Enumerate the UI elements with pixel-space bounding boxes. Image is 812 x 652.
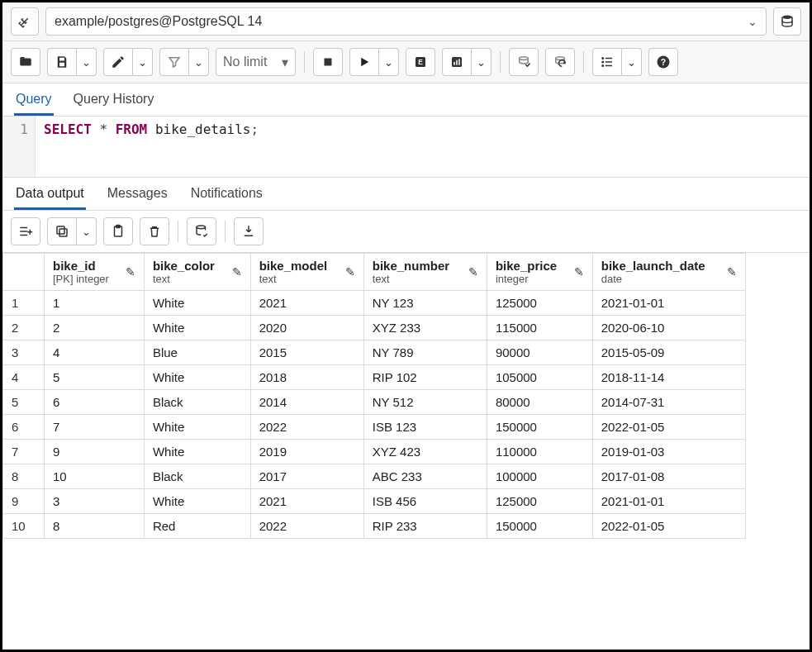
connection-status-button[interactable]: [11, 7, 39, 36]
cell-bike_number[interactable]: NY 512: [363, 390, 487, 415]
cell-bike_id[interactable]: 10: [45, 464, 145, 489]
cell-bike_model[interactable]: 2021: [250, 291, 363, 316]
cell-bike_number[interactable]: ABC 233: [363, 464, 487, 489]
cell-bike_launch_date[interactable]: 2022-01-05: [592, 415, 745, 440]
row-number-cell[interactable]: 7: [3, 440, 45, 464]
edit-button[interactable]: [103, 48, 133, 76]
table-row[interactable]: 67White2022ISB 1231500002022-01-05: [3, 415, 746, 440]
cell-bike_number[interactable]: ISB 123: [363, 415, 487, 440]
cell-bike_price[interactable]: 100000: [487, 464, 592, 489]
cell-bike_price[interactable]: 90000: [487, 340, 592, 365]
cell-bike_model[interactable]: 2022: [250, 514, 363, 539]
commit-button[interactable]: [509, 48, 539, 76]
tab-messages[interactable]: Messages: [106, 178, 169, 210]
cell-bike_launch_date[interactable]: 2020-06-10: [592, 316, 745, 340]
cell-bike_price[interactable]: 150000: [487, 514, 592, 539]
cell-bike_launch_date[interactable]: 2017-01-08: [592, 464, 745, 489]
table-row[interactable]: 11White2021NY 1231250002021-01-01: [3, 291, 746, 316]
cell-bike_color[interactable]: Red: [144, 514, 250, 539]
result-grid-wrapper[interactable]: bike_id[PK] integer✎bike_colortext✎bike_…: [2, 253, 810, 650]
cell-bike_id[interactable]: 7: [45, 415, 145, 440]
cell-bike_model[interactable]: 2014: [250, 390, 363, 415]
cell-bike_launch_date[interactable]: 2014-07-31: [592, 390, 745, 415]
column-header-bike_id[interactable]: bike_id[PK] integer✎: [45, 254, 145, 291]
cell-bike_id[interactable]: 9: [45, 440, 145, 464]
row-number-cell[interactable]: 6: [3, 415, 45, 440]
cell-bike_launch_date[interactable]: 2015-05-09: [592, 340, 745, 365]
cell-bike_color[interactable]: Black: [144, 390, 250, 415]
cell-bike_price[interactable]: 115000: [487, 316, 592, 340]
explain-analyze-button[interactable]: [442, 48, 472, 76]
cell-bike_price[interactable]: 125000: [487, 489, 592, 514]
row-number-cell[interactable]: 5: [3, 390, 45, 415]
column-header-bike_number[interactable]: bike_numbertext✎: [363, 254, 487, 291]
cell-bike_color[interactable]: White: [144, 415, 250, 440]
paste-button[interactable]: [103, 217, 133, 245]
execute-button[interactable]: [349, 48, 379, 76]
cell-bike_id[interactable]: 8: [45, 514, 145, 539]
help-button[interactable]: ?: [648, 48, 678, 76]
row-number-cell[interactable]: 10: [3, 514, 45, 539]
cell-bike_number[interactable]: RIP 233: [363, 514, 487, 539]
column-header-bike_color[interactable]: bike_colortext✎: [144, 254, 250, 291]
sql-editor[interactable]: 1 SELECT * FROM bike_details;: [2, 117, 810, 178]
cell-bike_color[interactable]: White: [144, 291, 250, 316]
cell-bike_id[interactable]: 2: [45, 316, 145, 340]
row-number-cell[interactable]: 2: [3, 316, 45, 340]
cell-bike_id[interactable]: 6: [45, 390, 145, 415]
table-row[interactable]: 108Red2022RIP 2331500002022-01-05: [3, 514, 746, 539]
cell-bike_price[interactable]: 80000: [487, 390, 592, 415]
filter-dropdown[interactable]: ⌄: [189, 48, 209, 76]
cell-bike_id[interactable]: 4: [45, 340, 145, 365]
table-row[interactable]: 79White2019XYZ 4231100002019-01-03: [3, 440, 746, 464]
cell-bike_model[interactable]: 2018: [250, 365, 363, 390]
tab-query-history[interactable]: Query History: [72, 83, 156, 116]
tab-notifications[interactable]: Notifications: [189, 178, 264, 210]
cell-bike_price[interactable]: 105000: [487, 365, 592, 390]
edit-dropdown[interactable]: ⌄: [133, 48, 153, 76]
cell-bike_id[interactable]: 3: [45, 489, 145, 514]
download-button[interactable]: [234, 217, 264, 245]
save-data-button[interactable]: [187, 217, 216, 245]
new-connection-button[interactable]: [773, 7, 801, 36]
cell-bike_number[interactable]: XYZ 423: [363, 440, 487, 464]
row-number-cell[interactable]: 9: [3, 489, 45, 514]
tab-data-output[interactable]: Data output: [14, 178, 86, 210]
table-row[interactable]: 22White2020XYZ 2331150002020-06-10: [3, 316, 746, 340]
explain-analyze-dropdown[interactable]: ⌄: [472, 48, 491, 76]
cell-bike_number[interactable]: ISB 456: [363, 489, 487, 514]
row-number-cell[interactable]: 8: [3, 464, 45, 489]
cell-bike_id[interactable]: 1: [45, 291, 145, 316]
macros-button[interactable]: [592, 48, 622, 76]
open-file-button[interactable]: [11, 48, 40, 76]
cell-bike_color[interactable]: Black: [144, 464, 250, 489]
connection-selector[interactable]: example/postgres@PostgreSQL 14 ⌄: [45, 7, 767, 36]
cell-bike_color[interactable]: White: [144, 489, 250, 514]
cell-bike_price[interactable]: 125000: [487, 291, 592, 316]
row-limit-selector[interactable]: No limit ▾: [216, 48, 296, 76]
cell-bike_launch_date[interactable]: 2018-11-14: [592, 365, 745, 390]
cell-bike_number[interactable]: RIP 102: [363, 365, 487, 390]
cell-bike_color[interactable]: Blue: [144, 340, 250, 365]
cell-bike_color[interactable]: White: [144, 440, 250, 464]
cell-bike_number[interactable]: NY 123: [363, 291, 487, 316]
table-row[interactable]: 56Black2014NY 512800002014-07-31: [3, 390, 746, 415]
stop-button[interactable]: [313, 48, 343, 76]
cell-bike_model[interactable]: 2020: [250, 316, 363, 340]
cell-bike_model[interactable]: 2015: [250, 340, 363, 365]
column-header-bike_launch_date[interactable]: bike_launch_datedate✎: [592, 254, 745, 291]
cell-bike_model[interactable]: 2017: [250, 464, 363, 489]
cell-bike_model[interactable]: 2022: [250, 415, 363, 440]
rollback-button[interactable]: [545, 48, 575, 76]
table-row[interactable]: 45White2018RIP 1021050002018-11-14: [3, 365, 746, 390]
copy-button[interactable]: [47, 217, 77, 245]
copy-dropdown[interactable]: ⌄: [77, 217, 97, 245]
cell-bike_price[interactable]: 110000: [487, 440, 592, 464]
cell-bike_launch_date[interactable]: 2021-01-01: [592, 291, 745, 316]
row-number-cell[interactable]: 4: [3, 365, 45, 390]
cell-bike_number[interactable]: XYZ 233: [363, 316, 487, 340]
row-number-cell[interactable]: 1: [3, 291, 45, 316]
save-dropdown[interactable]: ⌄: [77, 48, 97, 76]
row-number-cell[interactable]: 3: [3, 340, 45, 365]
cell-bike_launch_date[interactable]: 2019-01-03: [592, 440, 745, 464]
